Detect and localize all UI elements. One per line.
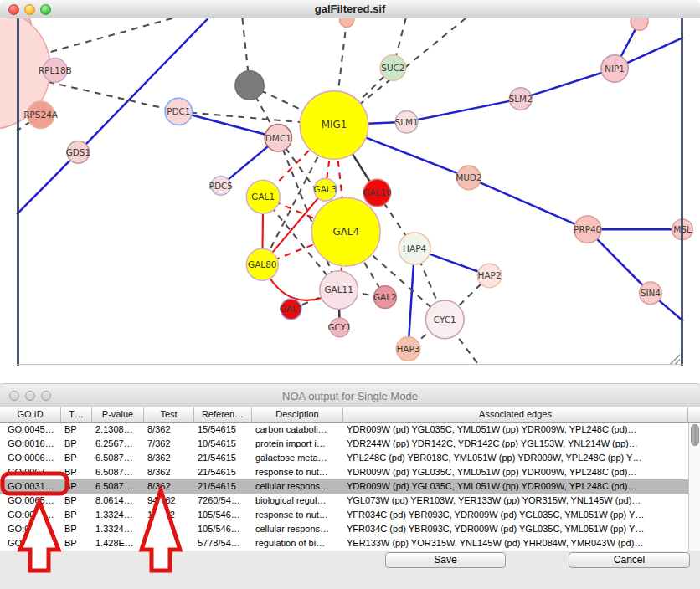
network-window: galFiltered.sif RPL18BRPS24AGDS1PDC1DMC1… xyxy=(0,0,700,383)
table-row-8[interactable]: GO:0031…BP1.3324…11/362105/546…cellular … xyxy=(0,522,700,536)
column-header-associatededges[interactable]: Associated edges xyxy=(343,407,688,423)
cell: 6.5087… xyxy=(92,479,144,494)
cell: BP xyxy=(61,536,92,551)
cell: 7260/54… xyxy=(194,494,252,508)
cell: galactose meta… xyxy=(252,451,343,465)
cancel-button[interactable]: Cancel xyxy=(569,552,690,568)
node-label-GAL10: GAL10 xyxy=(363,187,391,197)
node-label-MUD2: MUD2 xyxy=(456,172,481,182)
cell: GO:0016… xyxy=(0,437,61,451)
cell: YDR009W (pd) YGL035C, YML051W (pp) YDR00… xyxy=(343,479,688,494)
table-row-4[interactable]: GO:0007…BP6.5087…8/36221/54615response t… xyxy=(0,465,700,479)
table-row-1[interactable]: GO:0045…BP2.1308…8/36215/54615carbon cat… xyxy=(0,423,700,437)
node-label-PDC1: PDC1 xyxy=(167,106,190,116)
cell: YDR009W (pd) YGL035C, YML051W (pp) YDR00… xyxy=(343,465,688,479)
cell: 8/362 xyxy=(144,465,194,479)
node-label-GAL1: GAL1 xyxy=(251,192,275,202)
vertical-scrollbar[interactable] xyxy=(688,423,700,551)
cell: 7/362 xyxy=(144,437,194,451)
cell: 94/362 xyxy=(144,494,194,508)
cell: BP xyxy=(61,465,92,479)
scrollbar-thumb[interactable] xyxy=(691,424,699,446)
canvas-border xyxy=(681,18,683,366)
network-titlebar[interactable]: galFiltered.sif xyxy=(0,0,700,18)
column-header-test[interactable]: Test xyxy=(144,407,194,423)
cell: YDR009W (pd) YGL035C, YML051W (pp) YDR00… xyxy=(343,423,688,437)
cell: response to nut… xyxy=(252,508,343,522)
cell: YFR034C (pd) YBR093C, YDR009W (pd) YGL03… xyxy=(343,508,688,522)
cell: 21/54615 xyxy=(194,479,252,494)
node-label-SLM2: SLM2 xyxy=(509,94,533,104)
results-table: GO IDT…P-valueTestReferen…DesciptionAsso… xyxy=(0,407,700,551)
cell: GO:0045… xyxy=(0,423,61,437)
save-button[interactable]: Save xyxy=(385,552,506,568)
cell: 21/54615 xyxy=(194,451,252,465)
node-label-CYC1: CYC1 xyxy=(434,315,456,325)
cell: GO:0031… xyxy=(0,479,61,494)
column-header-referen[interactable]: Referen… xyxy=(194,407,252,423)
cell: 8/362 xyxy=(144,479,194,494)
table-row-6[interactable]: GO:0065…BP8.0614…94/3627260/54…biologica… xyxy=(0,494,700,508)
node-label-GAL80: GAL80 xyxy=(248,259,276,269)
node-label-PRP40: PRP40 xyxy=(574,224,601,234)
column-header-desciption[interactable]: Desciption xyxy=(252,407,343,423)
table-row-7[interactable]: GO:0031…BP1.3324…11/362105/546…response … xyxy=(0,508,700,522)
node-label-HAP2: HAP2 xyxy=(478,270,502,280)
node-label-MIG1: MIG1 xyxy=(322,119,347,131)
network-canvas[interactable]: RPL18BRPS24AGDS1PDC1DMC1MIG1SUC2SLM1SLM2… xyxy=(0,18,700,383)
resize-grip[interactable] xyxy=(675,359,680,364)
node-label-NIP1: NIP1 xyxy=(605,64,625,74)
cell: carbon cataboli… xyxy=(252,423,343,437)
cell: YGL073W (pd) YER103W, YER133W (pp) YOR31… xyxy=(343,494,688,508)
node-top-pink[interactable] xyxy=(631,18,648,30)
node-label-HAP4: HAP4 xyxy=(403,243,426,254)
table-row-3[interactable]: GO:0006…BP6.5087…8/36221/54615galactose … xyxy=(0,451,700,465)
network-edge-blue xyxy=(469,177,588,229)
node-gray1[interactable] xyxy=(235,71,264,100)
cell: 105/546… xyxy=(194,508,252,522)
cell: 8/362 xyxy=(144,451,194,465)
window-title: galFiltered.sif xyxy=(0,3,700,15)
node-label-HAP3: HAP3 xyxy=(396,344,419,354)
noa-titlebar[interactable]: NOA output for Single Mode xyxy=(0,383,700,407)
cell: GO:0007… xyxy=(0,465,61,479)
cell: cellular respons… xyxy=(252,522,343,536)
table-row-5[interactable]: GO:0031…BP6.5087…8/36221/54615cellular r… xyxy=(0,479,700,494)
cell: 6.5087… xyxy=(92,465,144,479)
node-label-GAL7: GAL7 xyxy=(280,304,303,314)
cell: 10/54615 xyxy=(194,437,252,451)
cell: protein import i… xyxy=(252,437,343,451)
column-header-t[interactable]: T… xyxy=(61,407,92,423)
node-label-GAL4: GAL4 xyxy=(332,226,358,238)
node-label-SLM1: SLM1 xyxy=(395,117,419,127)
cell: GO:0031… xyxy=(0,508,61,522)
cell: 8.0614… xyxy=(92,494,144,508)
cell: BP xyxy=(61,451,92,465)
cell: 5778/54… xyxy=(194,536,252,551)
table-body: GO:0045…BP2.1308…8/36215/54615carbon cat… xyxy=(0,423,700,551)
node-label-GAL3: GAL3 xyxy=(314,184,337,194)
table-row-2[interactable]: GO:0016…BP6.2567…7/36210/54615protein im… xyxy=(0,437,700,451)
cell: cellular respons… xyxy=(252,479,343,494)
cell: 2.1308… xyxy=(92,423,144,437)
cell: 1.3324… xyxy=(92,522,144,536)
resize-grip[interactable] xyxy=(671,355,680,364)
table-row-9[interactable]: GO:0050…BP1.428E…80/3625778/54…regulatio… xyxy=(0,536,700,551)
node-label-RPS24A: RPS24A xyxy=(23,110,59,120)
node-label-DMC1: DMC1 xyxy=(265,133,291,143)
cell: GO:0006… xyxy=(0,451,61,465)
cell: BP xyxy=(61,423,92,437)
node-top-pink2[interactable] xyxy=(340,18,354,27)
noa-window-title: NOA output for Single Mode xyxy=(0,390,700,402)
cell: YER133W (pp) YOR315W, YNL145W (pd) YHR08… xyxy=(343,536,688,551)
canvas-border xyxy=(17,18,19,366)
node-label-GAL2: GAL2 xyxy=(373,292,397,302)
column-header-goid[interactable]: GO ID xyxy=(0,407,61,423)
node-label-SIN4: SIN4 xyxy=(641,288,661,298)
cell: 1.3324… xyxy=(92,508,144,522)
cell: BP xyxy=(61,522,92,536)
node-label-PDC5: PDC5 xyxy=(209,181,233,191)
cell: 8/362 xyxy=(144,423,194,437)
cell: 6.2567… xyxy=(92,437,144,451)
column-header-pvalue[interactable]: P-value xyxy=(92,407,144,423)
